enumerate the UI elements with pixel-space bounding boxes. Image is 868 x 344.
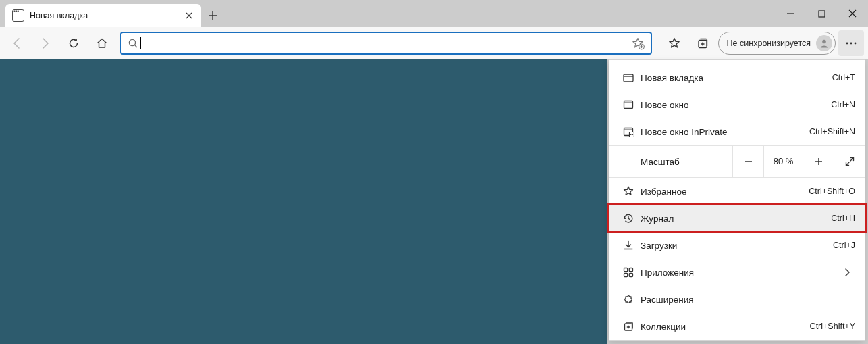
zoom-value: 80 % — [763, 145, 803, 178]
reload-button[interactable] — [61, 30, 86, 56]
menu-shortcut: Ctrl+T — [832, 73, 855, 82]
window-maximize-button[interactable] — [806, 0, 837, 27]
address-input[interactable] — [141, 33, 629, 53]
menu-label: Журнал — [638, 214, 831, 224]
search-icon — [126, 38, 140, 49]
profile-sync-button[interactable]: Не синхронизируется — [718, 32, 836, 55]
titlebar: Новая вкладка — [0, 0, 868, 27]
toolbar: Не синхронизируется — [0, 27, 868, 59]
menu-shortcut: Ctrl+Shift+N — [809, 127, 855, 137]
new-tab-button[interactable] — [201, 4, 224, 27]
menu-label: Приложения — [638, 268, 839, 278]
favorites-button[interactable] — [661, 30, 687, 56]
menu-item-apps[interactable]: Приложения — [609, 259, 865, 286]
svg-point-5 — [846, 42, 848, 44]
menu-item-downloads[interactable]: Загрузки Ctrl+J — [609, 232, 865, 259]
menu-shortcut: Ctrl+H — [831, 214, 855, 223]
menu-item-collections[interactable]: Коллекции Ctrl+Shift+Y — [609, 313, 865, 340]
menu-label: Расширения — [638, 295, 855, 305]
menu-item-history[interactable]: Журнал Ctrl+H — [609, 205, 865, 232]
page-content — [0, 59, 607, 344]
menu-label: Новое окно — [638, 100, 831, 110]
svg-point-13 — [632, 134, 633, 135]
menu-item-new-tab[interactable]: Новая вкладка Ctrl+T — [609, 64, 865, 91]
svg-rect-0 — [819, 11, 825, 17]
tab-title: Новая вкладка — [30, 11, 184, 20]
back-button[interactable] — [4, 30, 30, 56]
svg-rect-15 — [629, 268, 632, 272]
svg-point-4 — [822, 39, 826, 43]
svg-rect-14 — [624, 268, 628, 272]
zoom-out-button[interactable] — [732, 145, 763, 178]
menu-label: Избранное — [638, 187, 809, 197]
tab-close-button[interactable] — [184, 10, 194, 21]
menu-item-inprivate[interactable]: Новое окно InPrivate Ctrl+Shift+N — [609, 118, 865, 145]
zoom-label: Масштаб — [609, 157, 732, 167]
avatar-icon — [816, 35, 832, 51]
menu-shortcut: Ctrl+Shift+O — [809, 187, 855, 196]
extensions-icon — [619, 293, 638, 305]
home-button[interactable] — [89, 30, 115, 56]
menu-shortcut: Ctrl+J — [833, 241, 855, 250]
new-window-icon — [619, 99, 638, 111]
svg-rect-11 — [630, 132, 634, 137]
sync-label: Не синхронизируется — [727, 39, 811, 48]
svg-rect-8 — [624, 74, 633, 82]
menu-item-new-window[interactable]: Новое окно Ctrl+N — [609, 91, 865, 118]
menu-label: Новое окно InPrivate — [638, 127, 809, 137]
window-close-button[interactable] — [837, 0, 868, 27]
menu-label: Новая вкладка — [638, 73, 832, 83]
inprivate-icon — [619, 126, 638, 138]
browser-tab[interactable]: Новая вкладка — [5, 4, 201, 27]
collections-icon — [619, 320, 638, 333]
star-icon — [619, 185, 638, 197]
svg-rect-17 — [629, 273, 632, 276]
menu-shortcut: Ctrl+Shift+Y — [810, 322, 855, 331]
svg-point-12 — [630, 134, 632, 135]
svg-rect-16 — [624, 273, 628, 276]
collections-button[interactable] — [690, 30, 715, 56]
menu-item-extensions[interactable]: Расширения — [609, 286, 865, 313]
svg-point-1 — [129, 39, 135, 45]
apps-icon — [619, 266, 638, 278]
menu-item-favorites[interactable]: Избранное Ctrl+Shift+O — [609, 178, 865, 205]
new-tab-icon — [619, 72, 638, 84]
menu-label: Загрузки — [638, 241, 833, 251]
download-icon — [619, 239, 638, 251]
chevron-right-icon — [839, 268, 855, 277]
app-menu-button[interactable] — [838, 30, 864, 56]
forward-button[interactable] — [32, 30, 58, 56]
svg-point-6 — [850, 42, 852, 44]
app-menu: Новая вкладка Ctrl+T Новое окно Ctrl+N Н… — [609, 59, 865, 341]
tab-favicon-icon — [12, 9, 24, 22]
menu-shortcut: Ctrl+N — [831, 100, 855, 109]
history-icon — [619, 212, 638, 224]
svg-rect-9 — [624, 101, 633, 109]
fullscreen-button[interactable] — [834, 145, 865, 178]
window-minimize-button[interactable] — [775, 0, 806, 27]
menu-zoom-row: Масштаб 80 % — [609, 145, 865, 178]
menu-label: Коллекции — [638, 322, 810, 332]
add-favorite-icon[interactable] — [629, 36, 647, 50]
svg-point-7 — [855, 42, 857, 44]
zoom-in-button[interactable] — [803, 145, 834, 178]
window-controls — [775, 0, 868, 27]
address-bar[interactable] — [120, 32, 652, 55]
